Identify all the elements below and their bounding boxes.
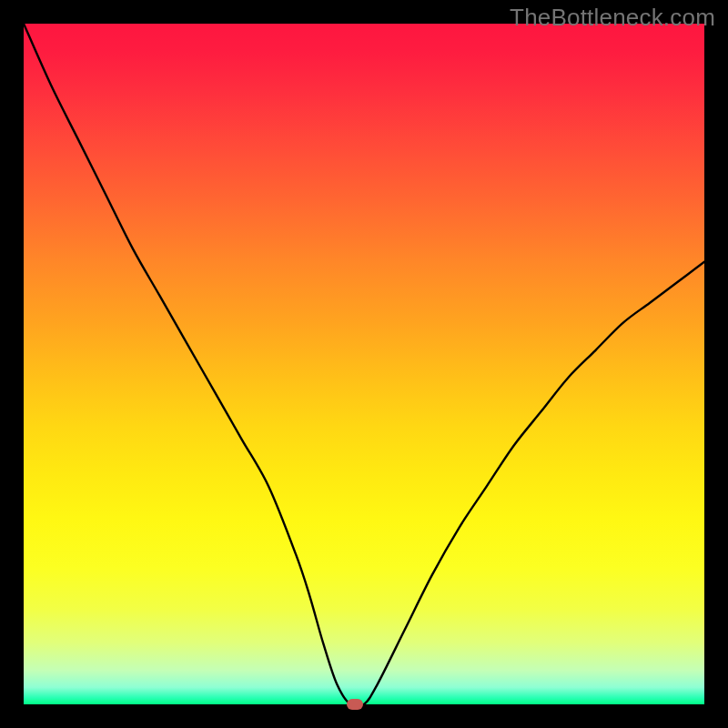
curve-path — [24, 24, 704, 704]
optimum-marker — [347, 699, 363, 710]
plot-area — [24, 24, 704, 704]
watermark-text: TheBottleneck.com — [510, 4, 715, 32]
bottleneck-curve — [24, 24, 704, 704]
chart-frame: TheBottleneck.com — [0, 0, 728, 728]
